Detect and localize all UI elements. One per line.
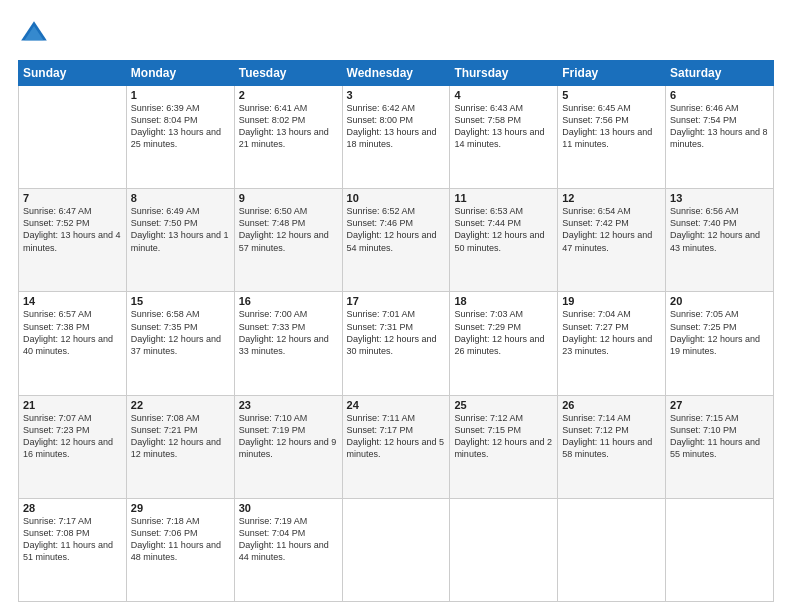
daylight: Daylight: 13 hours and 1 minute. <box>131 230 229 252</box>
day-info: Sunrise: 7:00 AM Sunset: 7:33 PM Dayligh… <box>239 308 338 357</box>
sunset: Sunset: 7:56 PM <box>562 115 629 125</box>
sunset: Sunset: 7:48 PM <box>239 218 306 228</box>
sunset: Sunset: 7:33 PM <box>239 322 306 332</box>
daylight: Daylight: 13 hours and 21 minutes. <box>239 127 329 149</box>
daylight: Daylight: 12 hours and 12 minutes. <box>131 437 221 459</box>
calendar-header-thursday: Thursday <box>450 61 558 86</box>
daylight: Daylight: 12 hours and 43 minutes. <box>670 230 760 252</box>
day-number: 17 <box>347 295 446 307</box>
day-number: 19 <box>562 295 661 307</box>
sunset: Sunset: 7:23 PM <box>23 425 90 435</box>
sunset: Sunset: 7:17 PM <box>347 425 414 435</box>
calendar-cell <box>558 498 666 601</box>
daylight: Daylight: 12 hours and 37 minutes. <box>131 334 221 356</box>
sunrise: Sunrise: 6:42 AM <box>347 103 416 113</box>
calendar-cell: 11 Sunrise: 6:53 AM Sunset: 7:44 PM Dayl… <box>450 189 558 292</box>
calendar-header-row: SundayMondayTuesdayWednesdayThursdayFrid… <box>19 61 774 86</box>
day-info: Sunrise: 7:07 AM Sunset: 7:23 PM Dayligh… <box>23 412 122 461</box>
day-number: 23 <box>239 399 338 411</box>
sunrise: Sunrise: 7:11 AM <box>347 413 416 423</box>
day-number: 16 <box>239 295 338 307</box>
sunrise: Sunrise: 7:19 AM <box>239 516 308 526</box>
sunset: Sunset: 7:29 PM <box>454 322 521 332</box>
daylight: Daylight: 12 hours and 9 minutes. <box>239 437 337 459</box>
calendar-cell: 3 Sunrise: 6:42 AM Sunset: 8:00 PM Dayli… <box>342 86 450 189</box>
day-info: Sunrise: 6:50 AM Sunset: 7:48 PM Dayligh… <box>239 205 338 254</box>
day-number: 20 <box>670 295 769 307</box>
daylight: Daylight: 12 hours and 33 minutes. <box>239 334 329 356</box>
day-info: Sunrise: 7:19 AM Sunset: 7:04 PM Dayligh… <box>239 515 338 564</box>
day-info: Sunrise: 7:17 AM Sunset: 7:08 PM Dayligh… <box>23 515 122 564</box>
sunset: Sunset: 7:19 PM <box>239 425 306 435</box>
day-info: Sunrise: 7:10 AM Sunset: 7:19 PM Dayligh… <box>239 412 338 461</box>
day-number: 18 <box>454 295 553 307</box>
sunrise: Sunrise: 7:12 AM <box>454 413 523 423</box>
day-number: 7 <box>23 192 122 204</box>
daylight: Daylight: 11 hours and 48 minutes. <box>131 540 221 562</box>
day-info: Sunrise: 6:49 AM Sunset: 7:50 PM Dayligh… <box>131 205 230 254</box>
calendar-cell: 9 Sunrise: 6:50 AM Sunset: 7:48 PM Dayli… <box>234 189 342 292</box>
calendar-week-row: 1 Sunrise: 6:39 AM Sunset: 8:04 PM Dayli… <box>19 86 774 189</box>
daylight: Daylight: 12 hours and 26 minutes. <box>454 334 544 356</box>
sunset: Sunset: 7:25 PM <box>670 322 737 332</box>
sunset: Sunset: 7:50 PM <box>131 218 198 228</box>
calendar-week-row: 21 Sunrise: 7:07 AM Sunset: 7:23 PM Dayl… <box>19 395 774 498</box>
calendar-cell: 28 Sunrise: 7:17 AM Sunset: 7:08 PM Dayl… <box>19 498 127 601</box>
calendar-header-wednesday: Wednesday <box>342 61 450 86</box>
sunrise: Sunrise: 6:56 AM <box>670 206 739 216</box>
daylight: Daylight: 12 hours and 57 minutes. <box>239 230 329 252</box>
sunrise: Sunrise: 7:05 AM <box>670 309 739 319</box>
sunrise: Sunrise: 7:00 AM <box>239 309 308 319</box>
calendar-header-monday: Monday <box>126 61 234 86</box>
calendar-cell <box>666 498 774 601</box>
daylight: Daylight: 12 hours and 47 minutes. <box>562 230 652 252</box>
daylight: Daylight: 12 hours and 40 minutes. <box>23 334 113 356</box>
sunrise: Sunrise: 6:57 AM <box>23 309 92 319</box>
calendar-cell <box>19 86 127 189</box>
daylight: Daylight: 11 hours and 58 minutes. <box>562 437 652 459</box>
day-number: 6 <box>670 89 769 101</box>
day-number: 21 <box>23 399 122 411</box>
daylight: Daylight: 13 hours and 14 minutes. <box>454 127 544 149</box>
daylight: Daylight: 13 hours and 8 minutes. <box>670 127 768 149</box>
day-number: 29 <box>131 502 230 514</box>
day-number: 22 <box>131 399 230 411</box>
calendar-cell: 27 Sunrise: 7:15 AM Sunset: 7:10 PM Dayl… <box>666 395 774 498</box>
calendar-cell: 20 Sunrise: 7:05 AM Sunset: 7:25 PM Dayl… <box>666 292 774 395</box>
day-number: 8 <box>131 192 230 204</box>
sunset: Sunset: 7:35 PM <box>131 322 198 332</box>
daylight: Daylight: 11 hours and 51 minutes. <box>23 540 113 562</box>
sunrise: Sunrise: 7:10 AM <box>239 413 308 423</box>
sunset: Sunset: 7:54 PM <box>670 115 737 125</box>
day-number: 9 <box>239 192 338 204</box>
sunset: Sunset: 8:02 PM <box>239 115 306 125</box>
calendar-cell: 18 Sunrise: 7:03 AM Sunset: 7:29 PM Dayl… <box>450 292 558 395</box>
sunrise: Sunrise: 7:04 AM <box>562 309 631 319</box>
sunrise: Sunrise: 7:07 AM <box>23 413 92 423</box>
sunset: Sunset: 7:52 PM <box>23 218 90 228</box>
calendar-cell: 15 Sunrise: 6:58 AM Sunset: 7:35 PM Dayl… <box>126 292 234 395</box>
calendar-week-row: 28 Sunrise: 7:17 AM Sunset: 7:08 PM Dayl… <box>19 498 774 601</box>
sunrise: Sunrise: 7:03 AM <box>454 309 523 319</box>
sunset: Sunset: 7:10 PM <box>670 425 737 435</box>
sunset: Sunset: 7:42 PM <box>562 218 629 228</box>
calendar-cell: 8 Sunrise: 6:49 AM Sunset: 7:50 PM Dayli… <box>126 189 234 292</box>
logo-icon <box>18 18 50 50</box>
day-info: Sunrise: 7:11 AM Sunset: 7:17 PM Dayligh… <box>347 412 446 461</box>
day-info: Sunrise: 6:52 AM Sunset: 7:46 PM Dayligh… <box>347 205 446 254</box>
sunset: Sunset: 7:38 PM <box>23 322 90 332</box>
sunrise: Sunrise: 6:50 AM <box>239 206 308 216</box>
calendar-header-friday: Friday <box>558 61 666 86</box>
calendar-cell: 25 Sunrise: 7:12 AM Sunset: 7:15 PM Dayl… <box>450 395 558 498</box>
sunrise: Sunrise: 7:18 AM <box>131 516 200 526</box>
calendar-cell <box>450 498 558 601</box>
day-number: 5 <box>562 89 661 101</box>
day-number: 1 <box>131 89 230 101</box>
calendar-cell: 4 Sunrise: 6:43 AM Sunset: 7:58 PM Dayli… <box>450 86 558 189</box>
calendar-cell: 2 Sunrise: 6:41 AM Sunset: 8:02 PM Dayli… <box>234 86 342 189</box>
sunrise: Sunrise: 6:52 AM <box>347 206 416 216</box>
sunrise: Sunrise: 6:58 AM <box>131 309 200 319</box>
sunrise: Sunrise: 7:01 AM <box>347 309 416 319</box>
daylight: Daylight: 12 hours and 50 minutes. <box>454 230 544 252</box>
sunrise: Sunrise: 7:17 AM <box>23 516 92 526</box>
